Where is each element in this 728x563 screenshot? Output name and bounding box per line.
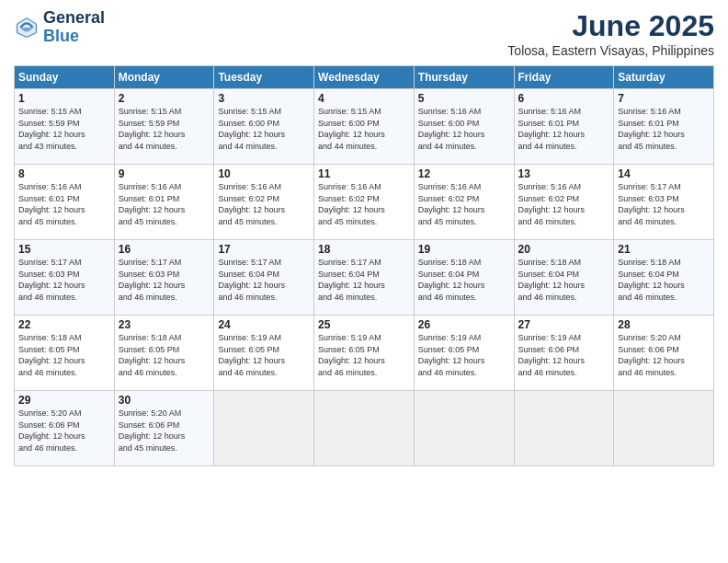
day-info: Sunrise: 5:17 AM Sunset: 6:03 PM Dayligh… (18, 257, 110, 303)
calendar-cell: 24Sunrise: 5:19 AM Sunset: 6:05 PM Dayli… (214, 316, 314, 391)
calendar-cell: 15Sunrise: 5:17 AM Sunset: 6:03 PM Dayli… (15, 240, 115, 316)
logo-text: General Blue (43, 9, 105, 46)
day-number: 24 (218, 318, 310, 331)
day-number: 28 (618, 318, 710, 331)
day-info: Sunrise: 5:16 AM Sunset: 6:01 PM Dayligh… (18, 181, 110, 227)
day-info: Sunrise: 5:18 AM Sunset: 6:04 PM Dayligh… (618, 257, 710, 303)
calendar-row: 8Sunrise: 5:16 AM Sunset: 6:01 PM Daylig… (15, 165, 714, 240)
day-info: Sunrise: 5:15 AM Sunset: 6:00 PM Dayligh… (318, 106, 410, 152)
calendar-row: 22Sunrise: 5:18 AM Sunset: 6:05 PM Dayli… (15, 316, 714, 391)
calendar-row: 15Sunrise: 5:17 AM Sunset: 6:03 PM Dayli… (15, 240, 714, 316)
day-info: Sunrise: 5:18 AM Sunset: 6:05 PM Dayligh… (119, 332, 210, 378)
location: Tolosa, Eastern Visayas, Philippines (507, 43, 714, 58)
weekday-header-row: Sunday Monday Tuesday Wednesday Thursday… (15, 66, 714, 89)
header-wednesday: Wednesday (314, 66, 415, 89)
day-number: 22 (18, 318, 110, 331)
day-number: 2 (119, 92, 210, 105)
calendar-cell (414, 391, 514, 466)
day-info: Sunrise: 5:18 AM Sunset: 6:05 PM Dayligh… (18, 332, 110, 378)
day-info: Sunrise: 5:17 AM Sunset: 6:04 PM Dayligh… (318, 257, 410, 303)
header-monday: Monday (114, 66, 214, 89)
calendar-cell: 30Sunrise: 5:20 AM Sunset: 6:06 PM Dayli… (114, 391, 214, 466)
header-sunday: Sunday (15, 66, 115, 89)
calendar-cell: 20Sunrise: 5:18 AM Sunset: 6:04 PM Dayli… (514, 240, 614, 316)
day-number: 17 (218, 243, 310, 256)
day-info: Sunrise: 5:16 AM Sunset: 6:00 PM Dayligh… (418, 106, 510, 152)
day-info: Sunrise: 5:15 AM Sunset: 5:59 PM Dayligh… (119, 106, 210, 152)
day-number: 21 (618, 243, 710, 256)
calendar-row: 29Sunrise: 5:20 AM Sunset: 6:06 PM Dayli… (15, 391, 714, 466)
day-info: Sunrise: 5:17 AM Sunset: 6:03 PM Dayligh… (618, 181, 710, 227)
calendar-cell: 13Sunrise: 5:16 AM Sunset: 6:02 PM Dayli… (514, 165, 614, 240)
header-saturday: Saturday (614, 66, 714, 89)
calendar-cell: 10Sunrise: 5:16 AM Sunset: 6:02 PM Dayli… (214, 165, 314, 240)
day-number: 1 (18, 92, 110, 105)
calendar-cell: 3Sunrise: 5:15 AM Sunset: 6:00 PM Daylig… (214, 89, 314, 165)
calendar-cell: 5Sunrise: 5:16 AM Sunset: 6:00 PM Daylig… (414, 89, 514, 165)
header-friday: Friday (514, 66, 614, 89)
month-title: June 2025 (507, 9, 714, 43)
day-info: Sunrise: 5:16 AM Sunset: 6:02 PM Dayligh… (418, 181, 510, 227)
title-block: June 2025 Tolosa, Eastern Visayas, Phili… (507, 9, 714, 58)
calendar-cell: 1Sunrise: 5:15 AM Sunset: 5:59 PM Daylig… (15, 89, 115, 165)
day-info: Sunrise: 5:19 AM Sunset: 6:05 PM Dayligh… (318, 332, 410, 378)
calendar-cell (214, 391, 314, 466)
calendar-cell: 17Sunrise: 5:17 AM Sunset: 6:04 PM Dayli… (214, 240, 314, 316)
day-info: Sunrise: 5:17 AM Sunset: 6:04 PM Dayligh… (218, 257, 310, 303)
calendar-cell: 12Sunrise: 5:16 AM Sunset: 6:02 PM Dayli… (414, 165, 514, 240)
day-number: 8 (18, 167, 110, 180)
day-info: Sunrise: 5:20 AM Sunset: 6:06 PM Dayligh… (119, 408, 210, 454)
day-number: 25 (318, 318, 410, 331)
calendar-cell: 26Sunrise: 5:19 AM Sunset: 6:05 PM Dayli… (414, 316, 514, 391)
day-number: 20 (518, 243, 610, 256)
day-number: 23 (119, 318, 210, 331)
day-info: Sunrise: 5:16 AM Sunset: 6:01 PM Dayligh… (618, 106, 710, 152)
calendar-cell (314, 391, 415, 466)
calendar-table: Sunday Monday Tuesday Wednesday Thursday… (14, 65, 714, 466)
calendar-cell: 21Sunrise: 5:18 AM Sunset: 6:04 PM Dayli… (614, 240, 714, 316)
calendar-cell: 29Sunrise: 5:20 AM Sunset: 6:06 PM Dayli… (15, 391, 115, 466)
day-number: 15 (18, 243, 110, 256)
calendar-cell: 2Sunrise: 5:15 AM Sunset: 5:59 PM Daylig… (114, 89, 214, 165)
calendar-cell (614, 391, 714, 466)
logo: General Blue (14, 9, 105, 46)
day-number: 19 (418, 243, 510, 256)
day-info: Sunrise: 5:16 AM Sunset: 6:02 PM Dayligh… (318, 181, 410, 227)
calendar-cell: 22Sunrise: 5:18 AM Sunset: 6:05 PM Dayli… (15, 316, 115, 391)
day-info: Sunrise: 5:16 AM Sunset: 6:01 PM Dayligh… (119, 181, 210, 227)
calendar-cell: 25Sunrise: 5:19 AM Sunset: 6:05 PM Dayli… (314, 316, 415, 391)
page-header: General Blue June 2025 Tolosa, Eastern V… (14, 9, 714, 58)
calendar-cell: 8Sunrise: 5:16 AM Sunset: 6:01 PM Daylig… (15, 165, 115, 240)
day-info: Sunrise: 5:20 AM Sunset: 6:06 PM Dayligh… (618, 332, 710, 378)
calendar-cell: 14Sunrise: 5:17 AM Sunset: 6:03 PM Dayli… (614, 165, 714, 240)
day-info: Sunrise: 5:15 AM Sunset: 6:00 PM Dayligh… (218, 106, 310, 152)
day-info: Sunrise: 5:18 AM Sunset: 6:04 PM Dayligh… (518, 257, 610, 303)
day-number: 11 (318, 167, 410, 180)
day-info: Sunrise: 5:16 AM Sunset: 6:02 PM Dayligh… (218, 181, 310, 227)
day-number: 4 (318, 92, 410, 105)
calendar-cell: 4Sunrise: 5:15 AM Sunset: 6:00 PM Daylig… (314, 89, 415, 165)
header-tuesday: Tuesday (214, 66, 314, 89)
header-thursday: Thursday (414, 66, 514, 89)
day-number: 9 (119, 167, 210, 180)
calendar-cell: 27Sunrise: 5:19 AM Sunset: 6:06 PM Dayli… (514, 316, 614, 391)
calendar-cell: 11Sunrise: 5:16 AM Sunset: 6:02 PM Dayli… (314, 165, 415, 240)
calendar-cell: 9Sunrise: 5:16 AM Sunset: 6:01 PM Daylig… (114, 165, 214, 240)
day-number: 13 (518, 167, 610, 180)
calendar-cell: 18Sunrise: 5:17 AM Sunset: 6:04 PM Dayli… (314, 240, 415, 316)
day-number: 7 (618, 92, 710, 105)
day-number: 26 (418, 318, 510, 331)
day-info: Sunrise: 5:16 AM Sunset: 6:02 PM Dayligh… (518, 181, 610, 227)
day-number: 27 (518, 318, 610, 331)
day-number: 16 (119, 243, 210, 256)
calendar-cell: 23Sunrise: 5:18 AM Sunset: 6:05 PM Dayli… (114, 316, 214, 391)
day-info: Sunrise: 5:15 AM Sunset: 5:59 PM Dayligh… (18, 106, 110, 152)
day-number: 12 (418, 167, 510, 180)
day-number: 30 (119, 394, 210, 407)
day-number: 6 (518, 92, 610, 105)
logo-icon (14, 15, 40, 40)
calendar-cell (514, 391, 614, 466)
calendar-cell: 6Sunrise: 5:16 AM Sunset: 6:01 PM Daylig… (514, 89, 614, 165)
calendar-row: 1Sunrise: 5:15 AM Sunset: 5:59 PM Daylig… (15, 89, 714, 165)
calendar-page: General Blue June 2025 Tolosa, Eastern V… (0, 0, 728, 563)
